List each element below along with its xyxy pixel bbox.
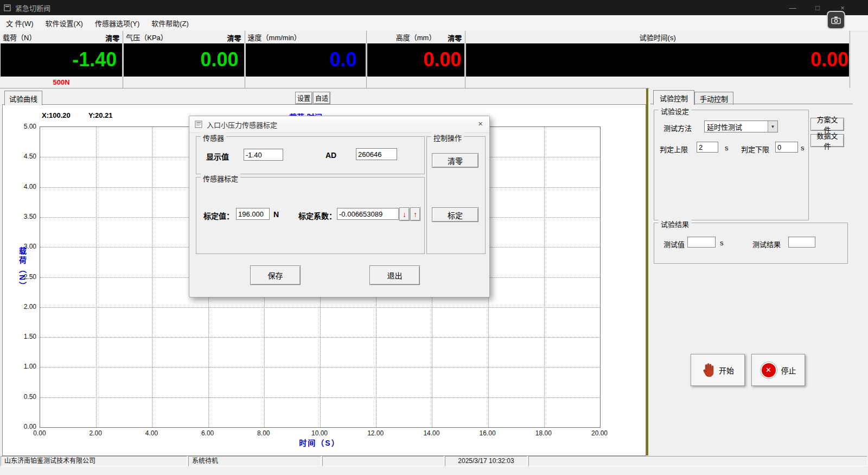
sensor-group: 传感器 显示值 AD	[196, 136, 425, 174]
calibration-group: 传感器标定 标定值： N 标定系数： ↓ ↑	[196, 177, 425, 254]
lower-limit-unit: s	[801, 144, 805, 152]
x-tick-label: 16.00	[480, 429, 496, 437]
exit-button[interactable]: 退出	[369, 265, 420, 285]
ad-value-input[interactable]	[356, 148, 397, 160]
v-gridline	[152, 127, 152, 427]
load-display: -1.40	[1, 43, 122, 77]
readout-panel: 载荷（N） 清零 -1.40 500N 气压（KPa） 清零 0.00 速度（m…	[0, 31, 850, 88]
pressure-display: 0.00	[124, 43, 244, 77]
test-result-group-label: 试验结果	[659, 219, 691, 229]
coef-increase-button[interactable]: ↑	[410, 207, 420, 221]
status-empty-section-2	[528, 456, 867, 466]
tab-manual-control[interactable]: 手动控制	[694, 92, 733, 105]
data-file-button[interactable]: 数据文件	[810, 134, 844, 147]
dialog-calibrate-button[interactable]: 标定	[432, 207, 478, 222]
plan-file-button[interactable]: 方案文件	[810, 118, 844, 131]
chart-settings-button[interactable]: 设置	[295, 92, 312, 104]
x-tick-label: 10.00	[311, 429, 328, 437]
test-result-input[interactable]	[788, 237, 815, 248]
y-tick-label: 3.50	[24, 213, 36, 220]
calibration-group-label: 传感器标定	[201, 173, 240, 183]
height-zero-button[interactable]: 清零	[448, 33, 462, 43]
x-tick-label: 4.00	[145, 429, 158, 437]
v-gridline	[544, 127, 545, 427]
screen-capture-icon[interactable]	[827, 11, 845, 29]
start-button[interactable]: 开始	[691, 354, 745, 386]
combo-dropdown-icon[interactable]: ▼	[768, 121, 777, 132]
minimize-button[interactable]: —	[780, 0, 805, 15]
speed-value: 0.0	[246, 43, 366, 75]
app-icon	[4, 4, 11, 11]
readout-height: 高度（mm） 清零 0.00	[367, 31, 465, 88]
upper-limit-unit: s	[725, 144, 729, 152]
lower-limit-label: 判定下限	[741, 144, 769, 154]
height-display: 0.00	[367, 43, 464, 77]
chart-autofit-button[interactable]: 自适	[313, 92, 330, 104]
cal-value-input[interactable]	[236, 208, 270, 220]
control-ops-group: 控制操作 清零 标定	[426, 136, 486, 254]
dialog-title: 入口小压力传感器标定	[207, 119, 277, 130]
y-tick-label: 4.00	[24, 183, 36, 191]
dialog-title-bar: 入口小压力传感器标定 ×	[189, 116, 489, 133]
readout-load: 载荷（N） 清零 -1.40 500N	[0, 31, 123, 88]
menu-file[interactable]: 文 件(W)	[0, 18, 40, 28]
speed-display: 0.0	[246, 43, 366, 77]
panel-divider	[646, 88, 648, 455]
test-method-label: 测试方法	[663, 123, 692, 133]
tab-test-curve[interactable]: 试验曲线	[4, 91, 42, 105]
dialog-zero-button[interactable]: 清零	[432, 153, 478, 168]
test-method-select[interactable]: 延时性测试 ▼	[704, 121, 778, 132]
y-tick-label: 1.50	[24, 333, 36, 340]
test-value-label: 测试值	[663, 239, 685, 249]
save-button[interactable]: 保存	[250, 265, 301, 285]
test-value-input[interactable]	[687, 237, 716, 248]
stop-button-label: 停止	[781, 365, 796, 376]
window-title: 紧急切断阀	[15, 3, 50, 13]
load-zero-button[interactable]: 清零	[105, 33, 119, 43]
test-value-unit: s	[720, 239, 724, 247]
y-tick-label: 4.50	[24, 153, 36, 160]
cal-unit-label: N	[273, 210, 279, 219]
tab-test-control[interactable]: 试验控制	[653, 90, 694, 105]
menu-software-settings[interactable]: 软件设置(X)	[40, 18, 89, 28]
status-datetime: 2025/3/17 10:32:03	[445, 456, 527, 466]
maximize-button[interactable]: □	[805, 0, 830, 15]
height-value: 0.00	[367, 43, 464, 75]
v-gridline	[96, 127, 97, 427]
display-value-label: 显示值	[206, 151, 229, 162]
y-axis-label: 载荷（N）	[17, 247, 28, 291]
menu-sensor-options[interactable]: 传感器选项(Y)	[89, 18, 145, 28]
menu-help[interactable]: 软件帮助(Z)	[145, 18, 195, 28]
test-time-value: 0.00	[466, 43, 849, 75]
readout-speed: 速度（mm/min） 0.0	[245, 31, 367, 88]
test-settings-group-label: 试验设定	[659, 106, 691, 116]
readout-test-time: 试验时间(s) 0.00	[465, 31, 850, 88]
status-system-state: 系统待机	[188, 456, 321, 466]
camera-icon	[831, 16, 841, 24]
display-value-input[interactable]	[244, 149, 283, 161]
upper-limit-label: 判定上限	[660, 144, 688, 154]
cursor-y-readout: Y:20.21	[88, 111, 113, 119]
x-tick-label: 2.00	[90, 429, 102, 437]
load-label: 载荷（N）	[0, 32, 36, 42]
x-tick-label: 6.00	[201, 429, 214, 437]
test-method-value: 延时性测试	[705, 122, 768, 132]
test-result-group: 试验结果 测试值 s 测试结果	[654, 223, 848, 264]
pressure-zero-button[interactable]: 清零	[227, 33, 241, 43]
lower-limit-input[interactable]	[775, 142, 798, 153]
x-tick-label: 14.00	[423, 429, 439, 437]
stop-icon: ✕	[761, 362, 777, 378]
test-result-label: 测试结果	[752, 239, 781, 249]
upper-limit-input[interactable]	[697, 142, 718, 153]
coef-decrease-button[interactable]: ↓	[399, 207, 410, 221]
y-tick-label: 0.50	[24, 393, 36, 401]
coef-label: 标定系数：	[298, 210, 336, 221]
speed-label: 速度（mm/min）	[245, 32, 301, 42]
coef-input[interactable]	[337, 208, 399, 220]
stop-button[interactable]: ✕ 停止	[751, 354, 805, 386]
load-value: -1.40	[1, 43, 122, 75]
dialog-close-icon[interactable]: ×	[478, 119, 483, 128]
test-time-display: 0.00	[466, 43, 849, 77]
test-time-label: 试验时间(s)	[465, 32, 850, 42]
cal-value-label: 标定值：	[203, 210, 234, 221]
